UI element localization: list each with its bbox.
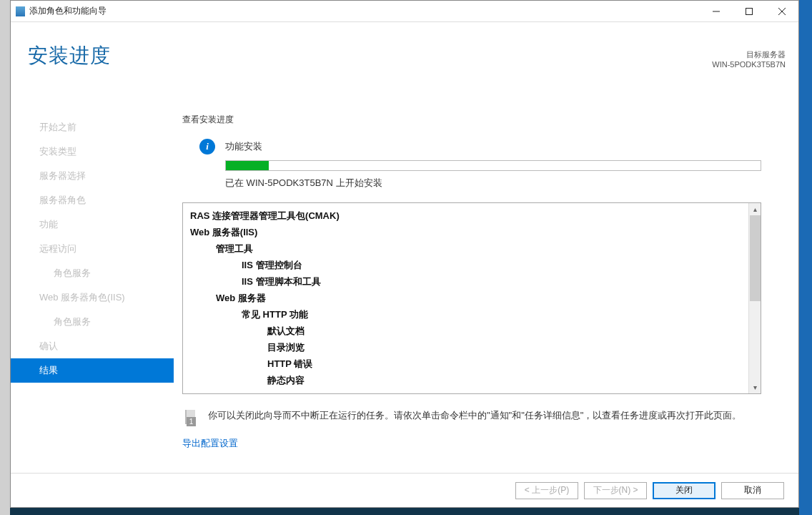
section-title: 查看安装进度 [182, 114, 781, 126]
step-3: 服务器角色 [11, 188, 174, 212]
export-config-link[interactable]: 导出配置设置 [182, 437, 238, 450]
close-wizard-button[interactable]: 关闭 [653, 482, 716, 499]
note-text: 你可以关闭此向导而不中断正在运行的任务。请依次单击命令栏中的"通知"和"任务详细… [208, 408, 741, 427]
wizard-steps-sidebar: 开始之前安装类型服务器选择服务器角色功能远程访问角色服务Web 服务器角色(II… [11, 94, 174, 473]
page-title: 安装进度 [28, 42, 111, 69]
tree-item: Web 服务器 [190, 290, 761, 306]
scroll-up-icon[interactable]: ▴ [749, 203, 761, 215]
svg-rect-1 [746, 8, 753, 14]
tree-item: 目录浏览 [190, 339, 761, 355]
tree-item: IIS 管理控制台 [190, 257, 761, 273]
tree-item: IIS 管理脚本和工具 [190, 273, 761, 290]
target-label: 目标服务器 [712, 49, 786, 60]
tree-item: RAS 连接管理器管理工具包(CMAK) [190, 207, 761, 224]
app-icon [14, 6, 25, 16]
cancel-button[interactable]: 取消 [721, 482, 784, 499]
titlebar: 添加角色和功能向导 [11, 1, 798, 22]
target-server-name: WIN-5PODK3T5B7N [712, 60, 786, 69]
step-7: Web 服务器角色(IIS) [11, 285, 174, 310]
wizard-body: 开始之前安装类型服务器选择服务器角色功能远程访问角色服务Web 服务器角色(II… [11, 94, 798, 473]
previous-button[interactable]: < 上一步(P) [515, 482, 578, 499]
minimize-button[interactable] [700, 1, 733, 22]
feature-tree-box: RAS 连接管理器管理工具包(CMAK)Web 服务器(IIS)管理工具IIS … [182, 202, 761, 394]
feature-tree: RAS 连接管理器管理工具包(CMAK)Web 服务器(IIS)管理工具IIS … [183, 203, 761, 388]
next-button[interactable]: 下一步(N) > [584, 482, 647, 499]
wizard-footer: < 上一步(P) 下一步(N) > 关闭 取消 [11, 473, 798, 507]
background-left-strip [0, 0, 10, 515]
wizard-content: 查看安装进度 i 功能安装 已在 WIN-5PODK3T5B7N 上开始安装 R… [174, 94, 798, 473]
scrollbar[interactable]: ▴ ▾ [748, 203, 761, 393]
tree-item: 静态内容 [190, 372, 761, 388]
info-text: 功能安装 [225, 140, 262, 153]
info-row: i 功能安装 [199, 139, 781, 154]
target-server-info: 目标服务器 WIN-5PODK3T5B7N [712, 49, 786, 69]
note-badge: 1 [187, 417, 196, 426]
step-2: 服务器选择 [11, 164, 174, 188]
scroll-down-icon[interactable]: ▾ [749, 381, 761, 393]
maximize-button[interactable] [733, 1, 766, 22]
status-text: 已在 WIN-5PODK3T5B7N 上开始安装 [225, 177, 781, 190]
step-1: 安装类型 [11, 139, 174, 164]
info-icon: i [199, 139, 215, 154]
wizard-window: 添加角色和功能向导 安装进度 目标服务器 WIN-5PODK3T5B7N 开始之… [10, 0, 799, 508]
tree-item: 常见 HTTP 功能 [190, 306, 761, 323]
tree-item: HTTP 错误 [190, 355, 761, 372]
close-button[interactable] [766, 1, 798, 22]
step-6: 角色服务 [11, 261, 174, 285]
tree-item: 管理工具 [190, 240, 761, 257]
scroll-thumb[interactable] [750, 215, 761, 301]
window-controls [700, 1, 798, 22]
flag-icon: 1 [182, 410, 199, 427]
install-progress-bar [225, 160, 761, 171]
tree-item: Web 服务器(IIS) [190, 224, 761, 240]
tree-item: 默认文档 [190, 323, 761, 339]
step-8: 角色服务 [11, 310, 174, 334]
background-right-strip [799, 0, 812, 515]
step-10: 结果 [11, 358, 174, 383]
note-box: 1 你可以关闭此向导而不中断正在运行的任务。请依次单击命令栏中的"通知"和"任务… [182, 408, 761, 427]
step-4: 功能 [11, 212, 174, 237]
progress-fill [226, 161, 269, 170]
step-0: 开始之前 [11, 115, 174, 139]
window-title: 添加角色和功能向导 [29, 5, 700, 17]
step-9: 确认 [11, 334, 174, 358]
step-5: 远程访问 [11, 237, 174, 261]
wizard-header: 安装进度 目标服务器 WIN-5PODK3T5B7N [11, 22, 798, 94]
